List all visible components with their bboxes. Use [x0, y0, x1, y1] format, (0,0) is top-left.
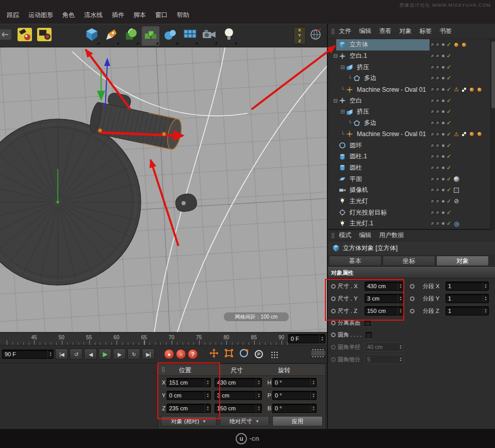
render-settings-button[interactable]: [35, 25, 54, 46]
panel-grip-icon[interactable]: ⣿: [161, 367, 165, 372]
object-tree-item[interactable]: ⊟挤压✓: [328, 106, 495, 118]
move-tool-button[interactable]: [207, 348, 221, 360]
layer-square-icon[interactable]: [431, 211, 434, 214]
visibility-dot-icon[interactable]: [442, 99, 444, 102]
menu-mograph[interactable]: 运动图形: [24, 9, 58, 21]
material-tag-icon[interactable]: [477, 87, 482, 92]
snap-settings-button[interactable]: [267, 348, 280, 360]
stepper[interactable]: ▴▾: [256, 391, 261, 400]
generators-button[interactable]: [141, 25, 160, 46]
render-view-button[interactable]: [15, 25, 34, 46]
visibility-dot-icon[interactable]: [442, 88, 444, 91]
enabled-check-icon[interactable]: ✓: [447, 53, 451, 59]
layer-square-icon[interactable]: [436, 222, 439, 225]
warning-tag-icon[interactable]: ⚠: [454, 86, 459, 93]
object-properties-header[interactable]: 对象属性: [328, 267, 495, 278]
visibility-dot-icon[interactable]: [442, 66, 444, 69]
stepper[interactable]: ▴▾: [310, 404, 316, 412]
panel-grip-icon[interactable]: ⣿: [331, 28, 335, 34]
layer-square-icon[interactable]: [431, 144, 434, 147]
layer-square-icon[interactable]: [436, 144, 439, 147]
layer-square-icon[interactable]: [436, 188, 439, 192]
anim-dot-icon[interactable]: [331, 321, 336, 325]
parent-mode-button[interactable]: P: [252, 348, 266, 360]
object-tree-item[interactable]: 圆柱.1✓: [328, 151, 495, 162]
object-tree-item[interactable]: └Machine Screw - Oval 01✓⚠: [328, 84, 495, 95]
enabled-check-icon[interactable]: ✓: [447, 220, 451, 227]
layer-square-icon[interactable]: [436, 132, 439, 136]
anim-dot-icon[interactable]: [331, 333, 336, 337]
object-tree-scrollbar[interactable]: [490, 39, 495, 230]
visibility-dot-icon[interactable]: [442, 133, 444, 136]
anim-dot-icon[interactable]: [331, 309, 336, 313]
om-menu-objects[interactable]: 对象: [395, 26, 415, 37]
layer-square-icon[interactable]: [436, 65, 439, 69]
handle-dot[interactable]: [162, 132, 166, 136]
small-object[interactable]: [176, 194, 197, 212]
object-tree-item[interactable]: ⊟空白.1✓: [328, 51, 495, 62]
loop-forward-button[interactable]: ↻: [127, 349, 140, 360]
coordinate-system-button[interactable]: [308, 27, 323, 44]
camera-toggle-icon[interactable]: [454, 188, 459, 193]
object-tree-item[interactable]: 灯光投射目标✓: [328, 207, 495, 218]
target-tag-icon[interactable]: ◎: [454, 220, 459, 227]
stepper[interactable]: ▴▾: [483, 294, 488, 303]
layer-square-icon[interactable]: [436, 110, 439, 113]
enabled-check-icon[interactable]: ✓: [447, 97, 451, 104]
object-tree-item[interactable]: 平面✓: [328, 173, 495, 185]
segments-y-field[interactable]: 1▴▾: [446, 294, 489, 303]
enabled-check-icon[interactable]: ✓: [447, 41, 451, 48]
layer-square-icon[interactable]: [431, 200, 434, 203]
layer-square-icon[interactable]: [431, 177, 434, 181]
separate-surface-checkbox[interactable]: [365, 320, 371, 326]
om-menu-tags[interactable]: 标签: [416, 26, 435, 37]
position-z-field[interactable]: 235 cm▴▾: [167, 404, 211, 413]
enabled-check-icon[interactable]: ✓: [447, 64, 451, 71]
object-tree-item[interactable]: ⊟空白✓: [328, 95, 495, 106]
panel-grip-icon[interactable]: ⣿: [331, 233, 335, 238]
stepper[interactable]: ▴▾: [205, 404, 210, 412]
layer-square-icon[interactable]: [431, 76, 434, 80]
visibility-dot-icon[interactable]: [442, 189, 444, 191]
layer-square-icon[interactable]: [431, 99, 434, 103]
texture-tag-icon[interactable]: [461, 87, 467, 92]
handle-dot[interactable]: [98, 128, 102, 132]
stepper[interactable]: ▴▾: [256, 404, 261, 412]
size-x-field[interactable]: 430 cm▴▾: [214, 378, 262, 387]
menu-window[interactable]: 窗口: [151, 9, 172, 21]
layer-square-icon[interactable]: [436, 211, 439, 214]
expander-icon[interactable]: ⊟: [332, 53, 339, 59]
layer-square-icon[interactable]: [436, 99, 439, 103]
viewport-canvas[interactable]: 网格间距：100 cm: [0, 47, 327, 332]
visibility-dot-icon[interactable]: [442, 155, 444, 158]
object-tree-item[interactable]: 圆环✓: [328, 140, 495, 151]
visibility-dot-icon[interactable]: [442, 55, 444, 57]
material-tag-icon[interactable]: [461, 42, 467, 47]
texture-tag-icon[interactable]: [461, 131, 467, 137]
size-x-attr-field[interactable]: 430 cm▴▾: [365, 281, 404, 291]
no-entry-tag-icon[interactable]: ⊘: [454, 197, 459, 205]
scale-tool-button[interactable]: [222, 348, 236, 360]
rotation-p-field[interactable]: 0 °▴▾: [272, 391, 317, 400]
enabled-check-icon[interactable]: ✓: [447, 131, 451, 138]
tab-coordinates[interactable]: 坐标: [383, 256, 435, 266]
om-menu-bookmarks[interactable]: 书签: [436, 26, 455, 37]
enabled-check-icon[interactable]: ✓: [447, 187, 451, 193]
coord-mode-dropdown[interactable]: 对象 (相对)▼: [161, 416, 217, 426]
stepper[interactable]: ▴▾: [256, 378, 261, 387]
object-tree-item[interactable]: └多边✓: [328, 73, 495, 84]
visibility-dot-icon[interactable]: [442, 222, 444, 225]
enabled-check-icon[interactable]: ✓: [447, 153, 451, 160]
object-tree-item[interactable]: 立方体✓: [328, 39, 495, 51]
record-keyframe-button[interactable]: ●: [164, 349, 174, 359]
layer-square-icon[interactable]: [431, 166, 434, 170]
undo-button[interactable]: [0, 25, 14, 46]
size-y-attr-field[interactable]: 3 cm▴▾: [365, 294, 404, 303]
record-options-button[interactable]: ?: [188, 349, 198, 359]
autokey-button[interactable]: ○: [176, 349, 186, 359]
stepper[interactable]: ▴▾: [205, 391, 210, 400]
layer-square-icon[interactable]: [436, 177, 439, 181]
warning-tag-icon[interactable]: ⚠: [454, 131, 459, 138]
render-queue-button[interactable]: [311, 348, 325, 360]
anim-dot-icon[interactable]: [331, 296, 336, 301]
